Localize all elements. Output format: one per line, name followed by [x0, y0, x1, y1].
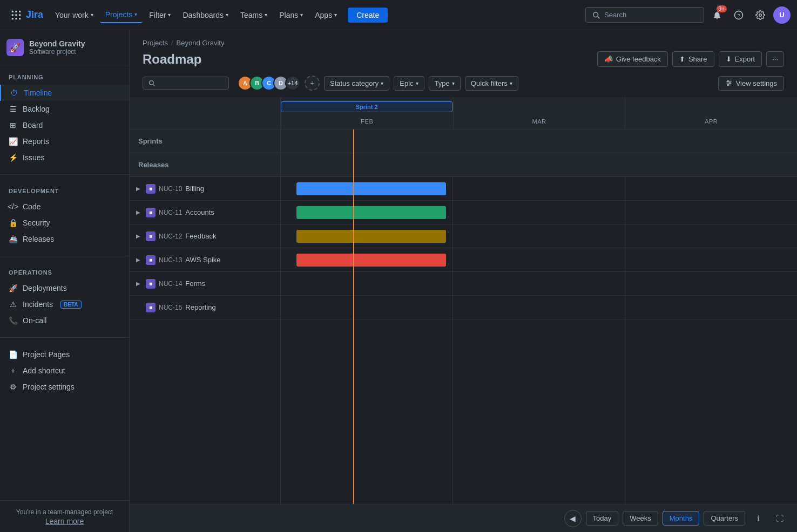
row-nuc-11[interactable]: ▶ ■ NUC-11 Accounts [130, 201, 280, 224]
sidebar-item-releases[interactable]: 🚢 Releases [0, 231, 129, 247]
nuc-15-id: NUC-15 [159, 304, 182, 311]
notification-badge: 9+ [717, 5, 727, 12]
bar-nuc-10[interactable] [296, 182, 446, 195]
nuc-11-id: NUC-11 [159, 209, 182, 216]
nav-projects[interactable]: Projects ▾ [100, 7, 143, 23]
bar-row-nuc-14 [281, 272, 797, 296]
more-icon: ··· [772, 55, 778, 63]
info-button[interactable]: ℹ [749, 510, 767, 527]
type-filter[interactable]: Type ▾ [429, 76, 461, 91]
export-button[interactable]: ⬇ Export [719, 51, 762, 67]
reports-icon: 📈 [9, 137, 17, 146]
svg-point-20 [729, 83, 730, 84]
nav-your-work[interactable]: Your work ▾ [50, 8, 99, 23]
expand-nuc-12[interactable]: ▶ [134, 232, 143, 241]
sidebar-item-oncall[interactable]: 📞 On-call [0, 312, 129, 329]
more-button[interactable]: ··· [766, 51, 784, 67]
nav-plans[interactable]: Plans ▾ [274, 8, 308, 23]
operations-label: OPERATIONS [0, 269, 129, 280]
epic-filter[interactable]: Epic ▾ [394, 76, 424, 91]
sidebar-item-project-settings[interactable]: ⚙ Project settings [0, 379, 129, 395]
nuc-13-icon: ■ [146, 255, 156, 265]
sidebar-item-add-shortcut[interactable]: + Add shortcut [0, 363, 129, 379]
avatar-count[interactable]: +14 [285, 76, 300, 91]
bar-nuc-13[interactable] [296, 254, 446, 267]
expand-nuc-11[interactable]: ▶ [134, 208, 143, 217]
sidebar-item-issues[interactable]: ⚡ Issues [0, 149, 129, 166]
fullscreen-button[interactable]: ⛶ [771, 510, 788, 527]
create-button[interactable]: Create [348, 8, 388, 23]
sidebar-item-code[interactable]: </> Code [0, 199, 129, 215]
sidebar-item-deployments[interactable]: 🚀 Deployments [0, 280, 129, 296]
expand-nuc-15-spacer [134, 303, 143, 312]
settings-button[interactable] [752, 6, 769, 24]
notification-button[interactable]: 9+ [708, 6, 726, 24]
bar-nuc-11[interactable] [296, 206, 446, 219]
apr-col-header: APR [625, 97, 797, 129]
nav-filter[interactable]: Filter ▾ [144, 8, 176, 23]
share-button[interactable]: ⬆ Share [672, 51, 714, 67]
search-placeholder: Search [604, 11, 626, 19]
weeks-button[interactable]: Weeks [623, 511, 658, 526]
page-title-row: Roadmap 📣 Give feedback ⬆ Share ⬇ Export [143, 51, 784, 67]
sidebar-item-backlog-label: Backlog [23, 105, 50, 113]
breadcrumb-projects[interactable]: Projects [143, 39, 168, 47]
sidebar-item-reports-label: Reports [23, 137, 49, 146]
row-nuc-13[interactable]: ▶ ■ NUC-13 AWS Spike [130, 248, 280, 272]
team-managed-text: You're in a team-managed project [9, 507, 120, 517]
roadmap-search[interactable] [143, 77, 229, 90]
prev-nav-button[interactable]: ◀ [564, 510, 582, 527]
nav-right-actions: Search 9+ ? U [585, 6, 791, 24]
sprints-label: Sprints [134, 137, 163, 145]
add-person-button[interactable]: + [305, 76, 320, 91]
help-button[interactable]: ? [730, 6, 747, 24]
nav-dashboards[interactable]: Dashboards ▾ [177, 8, 234, 23]
sidebar-item-board-label: Board [23, 121, 43, 129]
breadcrumb-project-name[interactable]: Beyond Gravity [177, 39, 225, 47]
status-category-filter[interactable]: Status category ▾ [324, 76, 389, 91]
expand-nuc-13[interactable]: ▶ [134, 256, 143, 264]
bar-nuc-12[interactable] [296, 230, 446, 243]
nav-teams[interactable]: Teams ▾ [235, 8, 273, 23]
quarters-button[interactable]: Quarters [704, 511, 745, 526]
nav-apps[interactable]: Apps ▾ [309, 8, 342, 23]
sidebar-item-project-pages[interactable]: 📄 Project Pages [0, 346, 129, 363]
sidebar-item-timeline[interactable]: ⏱ Timeline [0, 85, 129, 101]
view-settings-button[interactable]: View settings [718, 76, 784, 91]
quick-filters[interactable]: Quick filters ▾ [465, 76, 518, 91]
app-logo[interactable]: Jira [6, 9, 48, 21]
search-box[interactable]: Search [585, 7, 704, 23]
sidebar-item-board[interactable]: ⊞ Board [0, 117, 129, 133]
today-button[interactable]: Today [586, 511, 619, 526]
row-nuc-15[interactable]: ■ NUC-15 Reporting [130, 296, 280, 319]
svg-point-9 [593, 12, 598, 17]
gear-icon [755, 10, 765, 20]
help-icon: ? [734, 10, 744, 20]
user-avatar[interactable]: U [773, 6, 791, 24]
sidebar-item-incidents[interactable]: ⚠ Incidents BETA [0, 296, 129, 312]
bar-row-nuc-13 [281, 248, 797, 272]
sidebar-item-project-settings-label: Project settings [23, 383, 75, 391]
nuc-10-label: Billing [185, 185, 204, 193]
row-nuc-14[interactable]: ▶ ■ NUC-14 Forms [130, 272, 280, 296]
svg-line-10 [598, 16, 600, 18]
svg-rect-1 [15, 10, 17, 12]
sidebar-item-reports[interactable]: 📈 Reports [0, 133, 129, 149]
give-feedback-button[interactable]: 📣 Give feedback [597, 51, 668, 67]
type-caret: ▾ [452, 80, 455, 86]
row-nuc-12[interactable]: ▶ ■ NUC-12 Feedback [130, 224, 280, 248]
months-button[interactable]: Months [663, 511, 700, 526]
row-nuc-10[interactable]: ▶ ■ NUC-10 Billing [130, 177, 280, 201]
operations-section: OPERATIONS 🚀 Deployments ⚠ Incidents BET… [0, 261, 129, 333]
oncall-icon: 📞 [9, 316, 17, 325]
breadcrumb-sep: / [171, 39, 173, 47]
sidebar-item-security[interactable]: 🔒 Security [0, 215, 129, 231]
sidebar-footer: You're in a team-managed project Learn m… [0, 500, 129, 532]
sidebar-item-backlog[interactable]: ☰ Backlog [0, 101, 129, 117]
expand-nuc-14[interactable]: ▶ [134, 279, 143, 288]
give-feedback-label: Give feedback [616, 55, 661, 63]
learn-more-link[interactable]: Learn more [45, 517, 84, 526]
svg-rect-4 [15, 14, 17, 16]
project-header[interactable]: 🚀 Beyond Gravity Software project [0, 30, 129, 65]
expand-nuc-10[interactable]: ▶ [134, 185, 143, 193]
